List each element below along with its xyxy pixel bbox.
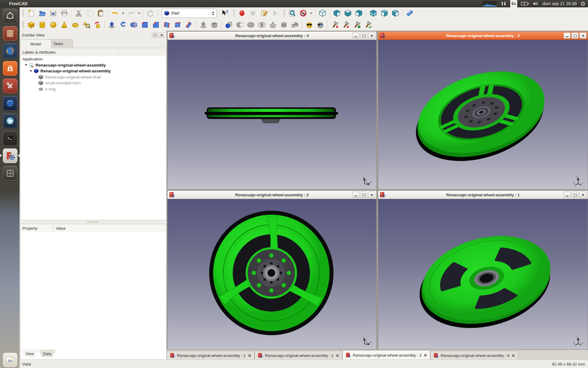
loft-icon[interactable] bbox=[172, 20, 183, 30]
fit-all-icon[interactable] bbox=[287, 8, 298, 18]
minimize-button[interactable] bbox=[564, 33, 571, 39]
cylinder-icon[interactable] bbox=[37, 20, 48, 30]
mdi-window-2[interactable]: Renacuajo-original-wheel-assembly : 2 bbox=[167, 190, 377, 350]
tree-header[interactable]: Labels & Attributes bbox=[20, 48, 167, 57]
property-table-body[interactable] bbox=[20, 232, 167, 368]
window-titlebar[interactable]: Renacuajo-original-wheel-assembly : 1 bbox=[378, 191, 588, 199]
workbench-selector-spinner[interactable] bbox=[211, 10, 215, 16]
view-top-icon[interactable] bbox=[342, 8, 353, 18]
launcher-item-freecad[interactable] bbox=[3, 148, 17, 163]
panel-splitter[interactable] bbox=[20, 220, 166, 224]
redo-dropdown-icon[interactable] bbox=[138, 13, 140, 14]
window-titlebar-active[interactable]: Renacuajo-original-wheel-assembly : 3 bbox=[378, 32, 588, 40]
intersection-icon[interactable] bbox=[256, 20, 267, 30]
tree-item-document[interactable]: Renacuajo-original-wheel-assembly bbox=[21, 62, 166, 68]
launcher-item-image-viewer[interactable] bbox=[3, 353, 17, 367]
tree-item-o-ring[interactable]: o-ring bbox=[21, 86, 166, 92]
launcher-item-firefox[interactable] bbox=[3, 44, 17, 58]
tab-close-icon[interactable] bbox=[336, 354, 339, 357]
window-titlebar[interactable]: Renacuajo-original-wheel-assembly : 4 bbox=[168, 32, 376, 40]
viewport-side-view[interactable]: Z X Y bbox=[168, 40, 376, 189]
union-icon[interactable] bbox=[245, 20, 256, 30]
whats-this-icon[interactable]: ? bbox=[219, 8, 230, 18]
macro-stop-icon[interactable] bbox=[247, 8, 258, 18]
shape-builder-icon[interactable] bbox=[92, 20, 103, 30]
view-rear-icon[interactable] bbox=[368, 8, 379, 18]
property-column-header[interactable]: Property bbox=[21, 224, 53, 232]
expander-icon[interactable] bbox=[25, 64, 27, 66]
launcher-item-system-settings[interactable] bbox=[3, 79, 17, 93]
measure-distance-icon[interactable] bbox=[404, 8, 415, 18]
expander-icon[interactable] bbox=[30, 70, 32, 72]
print-icon[interactable] bbox=[59, 8, 70, 18]
network-arrows-icon[interactable] bbox=[500, 0, 507, 7]
maximize-button[interactable] bbox=[571, 192, 579, 198]
tree-item-wheel-final[interactable]: Renacuajo-original-wheel-final bbox=[21, 74, 166, 80]
mdi-window-3[interactable]: Renacuajo-original-wheel-assembly : 3 bbox=[378, 31, 588, 190]
check-geometry-icon[interactable] bbox=[315, 20, 326, 30]
sphere-icon[interactable] bbox=[48, 20, 59, 30]
launcher-item-ubuntu-one[interactable] bbox=[3, 96, 17, 111]
cross-sections-icon[interactable] bbox=[278, 20, 289, 30]
offset-icon[interactable] bbox=[198, 20, 209, 30]
macro-edit-icon[interactable] bbox=[258, 8, 270, 18]
clock[interactable]: dom sep 21 20:39 bbox=[542, 0, 577, 7]
launcher-item-terminal[interactable] bbox=[3, 131, 17, 146]
mdi-window-1[interactable]: Renacuajo-original-wheel-assembly : 1 bbox=[378, 190, 588, 350]
tree-item-small-rounded-horn[interactable]: small-rounded-horn bbox=[21, 80, 166, 86]
view-axonometric-icon[interactable] bbox=[317, 8, 328, 18]
refine-shape-icon[interactable] bbox=[304, 20, 315, 30]
keyboard-layout-badge[interactable]: Es bbox=[510, 0, 517, 8]
maximize-button[interactable] bbox=[360, 192, 367, 198]
launcher-item-workspaces[interactable] bbox=[3, 166, 17, 181]
split-1-icon[interactable] bbox=[351, 20, 362, 30]
paste-icon[interactable] bbox=[95, 8, 106, 18]
undo-dropdown-icon[interactable] bbox=[122, 13, 124, 14]
compound-icon[interactable] bbox=[289, 20, 300, 30]
redo-icon[interactable] bbox=[126, 8, 137, 18]
dock-close-button[interactable] bbox=[159, 33, 164, 38]
close-button[interactable] bbox=[368, 33, 375, 39]
open-file-icon[interactable] bbox=[37, 8, 48, 18]
tab-close-icon[interactable] bbox=[424, 354, 427, 357]
tree-root-application[interactable]: Application bbox=[21, 56, 166, 62]
defeaturing-2-icon[interactable] bbox=[340, 20, 351, 30]
volume-icon[interactable] bbox=[533, 0, 539, 7]
minimize-button[interactable] bbox=[352, 192, 359, 198]
macro-play-icon[interactable] bbox=[270, 8, 281, 18]
view-bottom-icon[interactable] bbox=[379, 8, 390, 18]
mdi-window-4[interactable]: Renacuajo-original-wheel-assembly : 4 bbox=[167, 31, 377, 190]
window-tab-3[interactable]: Renacuajo-original-wheel-assembly : 3 bbox=[342, 350, 430, 360]
view-left-icon[interactable] bbox=[390, 8, 401, 18]
cut-boolean-icon[interactable] bbox=[234, 20, 245, 30]
view-right-icon[interactable] bbox=[353, 8, 364, 18]
workbench-selector[interactable]: Part bbox=[162, 9, 217, 18]
window-tab-4[interactable]: Renacuajo-original-wheel-assembly : 4 bbox=[430, 351, 518, 360]
thickness-icon[interactable] bbox=[209, 20, 220, 30]
split-2-icon[interactable] bbox=[362, 20, 373, 30]
launcher-item-browser-ball[interactable] bbox=[3, 113, 17, 128]
window-tab-2[interactable]: Renacuajo-original-wheel-assembly : 2 bbox=[254, 351, 342, 360]
create-primitives-icon[interactable] bbox=[81, 20, 92, 30]
fillet-icon[interactable] bbox=[139, 20, 150, 30]
viewport-isometric-back-view[interactable]: Y Z X bbox=[378, 199, 588, 349]
box-icon[interactable] bbox=[26, 20, 37, 30]
dock-float-button[interactable] bbox=[152, 33, 157, 38]
cpu-graph-icon[interactable] bbox=[483, 0, 497, 7]
undo-icon[interactable] bbox=[110, 8, 121, 18]
revolve-icon[interactable] bbox=[117, 20, 128, 30]
refresh-icon[interactable] bbox=[145, 8, 156, 18]
torus-icon[interactable] bbox=[70, 20, 81, 30]
minimize-button[interactable] bbox=[352, 33, 359, 39]
minimize-button[interactable] bbox=[564, 192, 571, 198]
viewport-isometric-view[interactable]: Z Y X bbox=[378, 40, 588, 189]
session-gear-icon[interactable] bbox=[580, 0, 586, 7]
boolean-icon[interactable] bbox=[223, 20, 234, 30]
extrude-icon[interactable] bbox=[106, 20, 117, 30]
copy-icon[interactable] bbox=[84, 8, 95, 18]
launcher-item-ubuntu-software[interactable] bbox=[3, 61, 17, 76]
view-front-icon[interactable] bbox=[331, 8, 342, 18]
defeaturing-1-icon[interactable] bbox=[329, 20, 340, 30]
close-button[interactable] bbox=[368, 192, 375, 198]
section-icon[interactable] bbox=[267, 20, 278, 30]
